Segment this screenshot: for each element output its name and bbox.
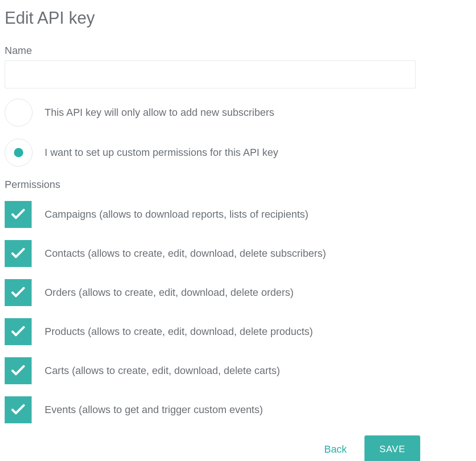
- permission-row-campaigns: Campaigns (allows to download reports, l…: [5, 201, 471, 228]
- permission-row-carts: Carts (allows to create, edit, download,…: [5, 357, 471, 384]
- radio-label: This API key will only allow to add new …: [45, 107, 274, 119]
- radio-label: I want to set up custom permissions for …: [45, 147, 278, 159]
- page-title: Edit API key: [5, 8, 471, 28]
- radio-option-subscribers-only[interactable]: This API key will only allow to add new …: [5, 99, 471, 127]
- permission-row-products: Products (allows to create, edit, downlo…: [5, 318, 471, 345]
- permission-label: Campaigns (allows to download reports, l…: [45, 208, 308, 220]
- checkbox[interactable]: [5, 201, 32, 228]
- radio-option-custom-permissions[interactable]: I want to set up custom permissions for …: [5, 139, 471, 167]
- checkbox[interactable]: [5, 240, 32, 267]
- checkbox[interactable]: [5, 357, 32, 384]
- check-icon: [11, 365, 25, 376]
- checkbox[interactable]: [5, 279, 32, 306]
- permission-mode-radio-group: This API key will only allow to add new …: [5, 99, 471, 167]
- radio-button[interactable]: [5, 99, 33, 127]
- checkbox[interactable]: [5, 318, 32, 345]
- save-button[interactable]: SAVE: [364, 435, 420, 461]
- permission-label: Contacts (allows to create, edit, downlo…: [45, 247, 326, 260]
- check-icon: [11, 326, 25, 337]
- check-icon: [11, 209, 25, 220]
- permission-label: Products (allows to create, edit, downlo…: [45, 326, 313, 338]
- name-label: Name: [5, 45, 471, 57]
- button-row: Back SAVE: [5, 435, 420, 461]
- permission-label: Orders (allows to create, edit, download…: [45, 287, 294, 299]
- permission-row-contacts: Contacts (allows to create, edit, downlo…: [5, 240, 471, 267]
- name-input[interactable]: [5, 60, 416, 88]
- permission-row-events: Events (allows to get and trigger custom…: [5, 396, 471, 423]
- check-icon: [11, 404, 25, 415]
- permissions-list: Campaigns (allows to download reports, l…: [5, 201, 471, 423]
- back-button[interactable]: Back: [324, 443, 347, 455]
- radio-dot-icon: [14, 148, 23, 157]
- permissions-section-label: Permissions: [5, 179, 471, 191]
- permission-label: Events (allows to get and trigger custom…: [45, 404, 263, 416]
- checkbox[interactable]: [5, 396, 32, 423]
- permission-row-orders: Orders (allows to create, edit, download…: [5, 279, 471, 306]
- radio-button[interactable]: [5, 139, 33, 167]
- check-icon: [11, 248, 25, 259]
- permission-label: Carts (allows to create, edit, download,…: [45, 365, 280, 377]
- check-icon: [11, 287, 25, 298]
